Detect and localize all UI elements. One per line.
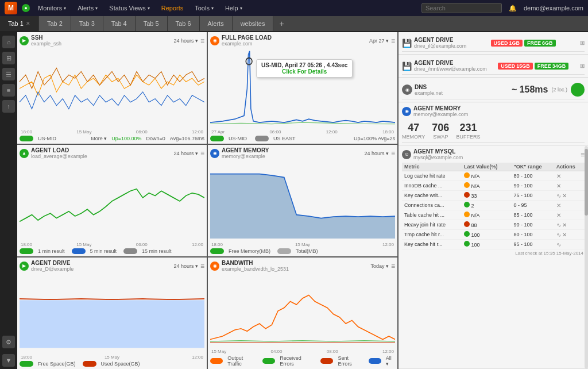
memory-value: 47 — [402, 122, 425, 134]
widget-fullpage: ◉ FULL PAGE LOAD example.com Apr 27 ▾ ≡ — [208, 32, 397, 144]
drive-bot-timerange[interactable]: 24 hours ▾ — [173, 263, 198, 269]
drive-sub-1: drive_il@example.com — [414, 43, 466, 49]
memory-title: AGENT MEMORY — [413, 105, 468, 112]
sidebar-icon-share[interactable]: ↑ — [2, 100, 15, 113]
mysql-last-check: Last check at 15:35 15-May-2014 — [402, 249, 585, 257]
ssh-timerange[interactable]: 24 hours ▾ — [173, 38, 198, 44]
drive-bot-footer: Free Space(GB) Used Space(GB) — [20, 361, 204, 367]
ssh-legend-label: US-MID — [38, 136, 56, 141]
mysql-scrollbar[interactable] — [585, 146, 588, 368]
mysql-val-3: 33 — [462, 191, 511, 201]
nav-reports[interactable]: Reports — [157, 3, 188, 13]
mysql-action-5[interactable]: ✕ — [554, 210, 585, 220]
user-menu[interactable]: demo@example.com — [524, 5, 583, 11]
tab-1[interactable]: Tab 1 ✕ — [0, 16, 39, 31]
ssh-more[interactable]: More ▾ — [91, 136, 107, 141]
memory-mid-icon: ◉ — [210, 149, 219, 158]
tab-websites[interactable]: websites — [233, 16, 274, 31]
memory-mid-label-free: Free Memory(MB) — [229, 248, 270, 254]
mysql-action-3[interactable]: ∿ ✕ — [554, 191, 585, 201]
mysql-action-7[interactable]: ∿ ✕ — [554, 230, 585, 240]
memory-mid-timerange[interactable]: 24 hours ▾ — [364, 151, 389, 156]
tab-add-button[interactable]: + — [273, 16, 289, 31]
load-toggle-1min[interactable] — [20, 248, 33, 254]
drive-expand-1[interactable]: ⊞ — [580, 40, 585, 46]
sidebar-icon-settings[interactable]: ⚙ — [2, 336, 15, 348]
load-label-15min: 15 min result — [142, 248, 172, 254]
drive-bot-toggle-used[interactable] — [83, 361, 96, 367]
bandwidth-toggle-recv[interactable] — [262, 358, 275, 364]
tab-3[interactable]: Tab 3 — [71, 16, 103, 31]
mysql-action-2[interactable]: ✕ — [554, 181, 585, 191]
memory-mid-toggle-total[interactable] — [277, 248, 291, 254]
bandwidth-chart — [210, 273, 395, 349]
nav-status-views[interactable]: Status Views ▾ — [105, 3, 154, 13]
tab-5[interactable]: Tab 5 — [136, 16, 168, 31]
drive-bot-label-free: Free Space(GB) — [38, 361, 76, 367]
sidebar: ⌂ ⊞ ☰ ≡ ↑ ⚙ ▼ — [0, 32, 17, 369]
sidebar-icon-down[interactable]: ▼ — [2, 354, 15, 367]
nav-alerts[interactable]: Alerts ▾ — [73, 3, 102, 13]
ssh-footer: US-MID More ▾ Up=100.00% Down=0 Avg=106.… — [20, 136, 204, 141]
bandwidth-label-out: Output Traffic — [227, 355, 256, 367]
fullpage-menu-icon[interactable]: ≡ — [391, 37, 395, 45]
mysql-action-4[interactable]: ✕ — [554, 201, 585, 210]
fullpage-toggle-useast[interactable] — [255, 136, 269, 141]
ssh-avg: Avg=106.76ms — [170, 136, 204, 141]
bandwidth-subtitle: example_bandwidth_lo_2531 — [222, 266, 289, 272]
fullpage-toggle-usmid[interactable] — [210, 136, 224, 141]
drive-bot-menu-icon[interactable]: ≡ — [200, 262, 204, 270]
memory-mid-menu-icon[interactable]: ≡ — [391, 149, 395, 157]
load-menu-icon[interactable]: ≡ — [200, 149, 204, 157]
sidebar-icon-grid[interactable]: ⊞ — [2, 52, 15, 64]
bandwidth-toggle-sent[interactable] — [320, 358, 333, 364]
fullpage-tooltip[interactable]: US-MID, April 27 05:26 , 4.43sec Click F… — [256, 59, 353, 78]
nav-tools[interactable]: Tools ▾ — [190, 3, 218, 13]
mysql-col-metric: Metric — [402, 163, 462, 171]
sidebar-icon-chart[interactable]: ≡ — [2, 84, 15, 97]
notifications-icon[interactable]: 🔔 — [509, 5, 517, 12]
mysql-row-2: InnoDB cache ... N/A 90 - 100 ✕ — [402, 181, 585, 191]
sidebar-icon-home[interactable]: ⌂ — [2, 36, 15, 48]
tab-6[interactable]: Tab 6 — [168, 16, 200, 31]
sidebar-icon-list[interactable]: ☰ — [2, 68, 15, 80]
mysql-action-6[interactable]: ∿ ✕ — [554, 220, 585, 230]
load-toggle-5min[interactable] — [72, 248, 86, 254]
tooltip-detail[interactable]: Click For Details — [261, 68, 347, 75]
mysql-action-8[interactable]: ∿ — [554, 240, 585, 249]
memory-label: MEMORY — [402, 134, 425, 140]
widget-agent-memory-mid: ◉ AGENT MEMORY memory@example 24 hours ▾… — [208, 145, 397, 256]
bandwidth-label-all[interactable]: All ▾ — [386, 355, 395, 367]
fullpage-subtitle: example.com — [222, 41, 272, 47]
search-input[interactable] — [421, 3, 502, 13]
fullpage-timerange[interactable]: Apr 27 ▾ — [369, 38, 389, 44]
fullpage-footer: US-MID US EAST Up=100% Avg=2s — [210, 136, 395, 141]
ssh-menu-icon[interactable]: ≡ — [200, 37, 204, 45]
nav-help[interactable]: Help ▾ — [220, 3, 247, 13]
ssh-down: Down=0 — [146, 136, 165, 141]
load-timerange[interactable]: 24 hours ▾ — [173, 151, 198, 156]
widget-ssh: ▶ SSH example_ssh 24 hours ▾ ≡ — [17, 32, 207, 144]
mysql-icon: ⊙ — [402, 150, 411, 159]
drive-expand-2[interactable]: ⊞ — [580, 63, 585, 69]
memory-mid-toggle-free[interactable] — [210, 248, 224, 254]
load-label-1min: 1 min result — [38, 248, 65, 254]
mysql-row-8: Key cache hit r... 100 95 - 100 ∿ — [402, 240, 585, 249]
mysql-menu-icon[interactable]: ≡ — [581, 151, 585, 159]
tab-4[interactable]: Tab 4 — [103, 16, 136, 31]
tab-1-close[interactable]: ✕ — [26, 21, 30, 26]
bandwidth-toggle-all[interactable] — [369, 358, 381, 364]
bandwidth-menu-icon[interactable]: ≡ — [391, 262, 395, 270]
mysql-action-1[interactable]: ✕ — [554, 171, 585, 181]
fullpage-chart: US-MID, April 27 05:26 , 4.43sec Click F… — [210, 48, 395, 129]
mysql-metric-8: Key cache hit r... — [402, 240, 462, 249]
drive-bot-toggle-free[interactable] — [20, 361, 33, 367]
nav-monitors[interactable]: Monitors ▾ — [33, 3, 71, 13]
dns-status-circle — [571, 83, 585, 97]
tab-2[interactable]: Tab 2 — [39, 16, 71, 31]
ssh-toggle[interactable] — [20, 136, 33, 141]
tab-alerts[interactable]: Alerts — [200, 16, 233, 31]
bandwidth-toggle-out[interactable] — [210, 358, 223, 364]
bandwidth-timerange[interactable]: Today ▾ — [370, 263, 389, 269]
load-toggle-15min[interactable] — [123, 248, 137, 254]
